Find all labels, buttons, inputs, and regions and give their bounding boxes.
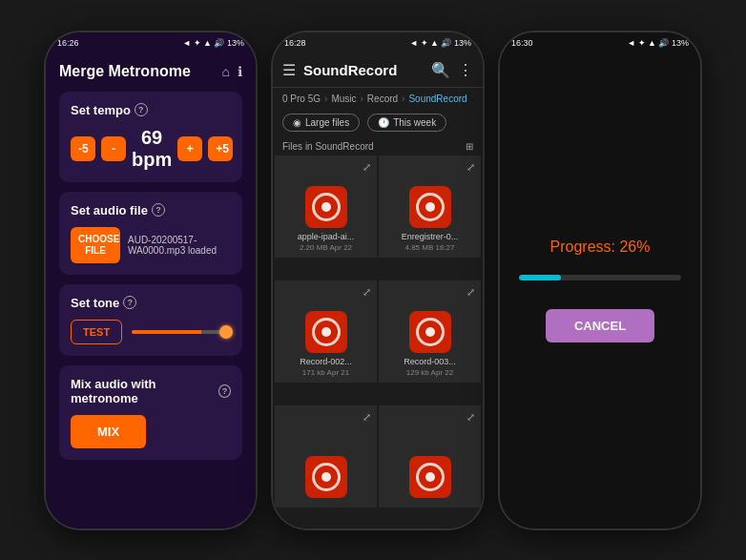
time-1: 16:26 (57, 38, 79, 48)
progress-bar-wrap (519, 275, 681, 280)
file-row: CHOOSEFILE AUD-20200517-WA0000.mp3 loade… (71, 227, 231, 263)
files-header: Files in SoundRecord ⊞ (273, 137, 483, 156)
app-title: Merge Metronome (59, 63, 191, 80)
phone-merge-metronome: 16:26 ◄ ✦ ▲ 🔊 13% Merge Metronome ⌂ ℹ Se… (46, 32, 256, 529)
tempo-label: Set tempo ? (71, 103, 231, 117)
tempo-minus5-btn[interactable]: -5 (71, 136, 95, 161)
expand-icon-0: ⤢ (363, 161, 371, 174)
phone-progress: 16:30 ◄ ✦ ▲ 🔊 13% Progress: 26% CANCEL (500, 32, 700, 529)
tone-row: TEST (71, 320, 231, 344)
file-meta-0: 2.20 MB Apr 22 (300, 243, 352, 252)
filter-icon-1: ◉ (293, 117, 301, 128)
menu-icon[interactable]: ☰ (282, 61, 296, 79)
status-icons-3: ◄ ✦ ▲ 🔊 13% (627, 38, 689, 48)
slider-thumb (219, 325, 233, 339)
tone-label: Set tone ? (71, 296, 231, 310)
file-tile-4[interactable]: ⤢ (275, 405, 377, 508)
breadcrumb: 0 Pro 5G › Music › Record › SoundRecord (273, 88, 483, 110)
phone3-content: Progress: 26% CANCEL (500, 53, 700, 529)
file-name-1: Enregistrer-0... (402, 232, 459, 243)
mix-help-icon[interactable]: ? (218, 384, 231, 398)
tempo-value: 69 bpm (132, 127, 172, 171)
search-icon[interactable]: 🔍 (431, 61, 450, 79)
time-3: 16:30 (511, 38, 533, 48)
phone1-content: Merge Metronome ⌂ ℹ Set tempo ? -5 - 69 … (46, 53, 256, 529)
mix-section: Mix audio with metronome ? MIX (59, 365, 242, 460)
status-bar-1: 16:26 ◄ ✦ ▲ 🔊 13% (46, 32, 256, 53)
file-tile-1[interactable]: ⤢ Enregistrer-0... 4.85 MB 16:27 (379, 156, 481, 258)
progress-label: Progress: 26% (550, 239, 651, 256)
file-meta-2: 171 kb Apr 21 (302, 368, 349, 377)
status-bar-3: 16:30 ◄ ✦ ▲ 🔊 13% (500, 32, 700, 53)
files-in-label: Files in SoundRecord (282, 141, 374, 152)
tempo-plus5-btn[interactable]: +5 (208, 136, 233, 161)
filter-icon-2: 🕐 (378, 117, 389, 128)
choose-file-btn[interactable]: CHOOSEFILE (71, 227, 120, 263)
this-week-label: This week (393, 117, 436, 128)
tone-slider[interactable] (132, 330, 231, 334)
audio-help-icon[interactable]: ? (152, 203, 165, 217)
audio-file-label: Set audio file ? (71, 203, 231, 218)
status-bar-2: 16:28 ◄ ✦ ▲ 🔊 13% (273, 32, 483, 53)
phone2-content: ☰ SoundRecord 🔍 ⋮ 0 Pro 5G › Music › Rec… (273, 53, 483, 529)
status-icons-2: ◄ ✦ ▲ 🔊 13% (409, 38, 471, 48)
test-btn[interactable]: TEST (71, 320, 122, 344)
soundrecord-toolbar: ☰ SoundRecord 🔍 ⋮ (273, 53, 483, 88)
audio-thumb-2 (305, 311, 347, 353)
tempo-plus1-btn[interactable]: + (177, 136, 202, 161)
progress-bar-fill (519, 275, 561, 280)
expand-icon-1: ⤢ (466, 161, 475, 174)
file-loaded-label: AUD-20200517-WA0000.mp3 loaded (128, 235, 231, 256)
expand-icon-5: ⤢ (466, 411, 475, 424)
app-header: Merge Metronome ⌂ ℹ (59, 53, 242, 92)
file-tile-3[interactable]: ⤢ Record-003... 129 kb Apr 22 (379, 280, 481, 383)
tone-help-icon[interactable]: ? (123, 296, 136, 309)
info-icon[interactable]: ℹ (238, 64, 242, 79)
audio-thumb-0 (305, 186, 347, 228)
file-name-3: Record-003... (404, 357, 456, 368)
files-grid: ⤢ apple-ipad-ai... 2.20 MB Apr 22 ⤢ Enre… (273, 156, 483, 529)
file-name-0: apple-ipad-ai... (298, 232, 355, 243)
breadcrumb-current: SoundRecord (408, 93, 466, 104)
expand-icon-2: ⤢ (363, 286, 371, 299)
grid-view-icon[interactable]: ⊞ (466, 141, 473, 152)
file-tile-2[interactable]: ⤢ Record-002... 171 kb Apr 21 (275, 280, 377, 383)
home-icon[interactable]: ⌂ (222, 64, 230, 79)
this-week-filter[interactable]: 🕐 This week (367, 114, 446, 132)
file-tile-0[interactable]: ⤢ apple-ipad-ai... 2.20 MB Apr 22 (275, 156, 377, 258)
audio-file-section: Set audio file ? CHOOSEFILE AUD-20200517… (59, 192, 242, 275)
tempo-minus1-btn[interactable]: - (101, 136, 126, 161)
time-2: 16:28 (284, 38, 306, 48)
header-icons: ⌂ ℹ (222, 64, 242, 79)
more-icon[interactable]: ⋮ (458, 61, 473, 79)
breadcrumb-part-2[interactable]: Record (367, 93, 398, 104)
file-meta-3: 129 kb Apr 22 (406, 368, 453, 377)
mix-btn[interactable]: MIX (71, 415, 146, 448)
large-files-filter[interactable]: ◉ Large files (282, 114, 360, 132)
file-name-2: Record-002... (300, 357, 352, 368)
breadcrumb-part-0[interactable]: 0 Pro 5G (282, 93, 321, 104)
file-meta-1: 4.85 MB 16:27 (404, 243, 454, 252)
expand-icon-3: ⤢ (466, 286, 475, 299)
tempo-help-icon[interactable]: ? (135, 103, 148, 116)
status-icons-1: ◄ ✦ ▲ 🔊 13% (182, 38, 244, 48)
audio-thumb-3 (409, 311, 451, 353)
tone-section: Set tone ? TEST (59, 284, 242, 356)
audio-thumb-4 (305, 456, 347, 498)
phone-soundrecord: 16:28 ◄ ✦ ▲ 🔊 13% ☰ SoundRecord 🔍 ⋮ 0 Pr… (273, 32, 483, 529)
mix-label: Mix audio with metronome ? (71, 377, 231, 405)
filter-row: ◉ Large files 🕐 This week (273, 110, 483, 137)
large-files-label: Large files (305, 117, 349, 128)
audio-thumb-1 (409, 186, 451, 228)
tempo-row: -5 - 69 bpm + +5 (71, 127, 231, 171)
cancel-btn[interactable]: CANCEL (546, 309, 654, 342)
file-tile-5[interactable]: ⤢ (379, 405, 481, 508)
breadcrumb-part-1[interactable]: Music (331, 93, 356, 104)
expand-icon-4: ⤢ (363, 411, 371, 424)
tempo-section: Set tempo ? -5 - 69 bpm + +5 (59, 92, 242, 182)
audio-thumb-5 (409, 456, 451, 498)
soundrecord-title: SoundRecord (303, 62, 424, 78)
